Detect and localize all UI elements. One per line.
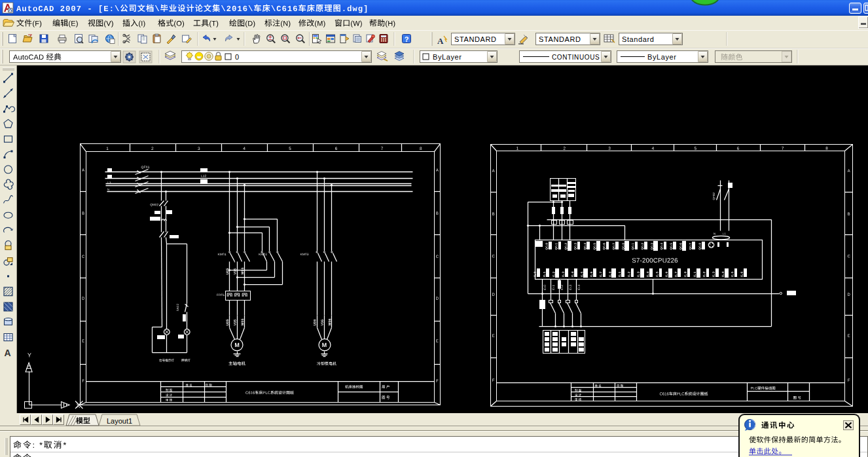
svg-text:A: A (437, 36, 444, 46)
svg-text:Layout1: Layout1 (107, 417, 132, 425)
svg-text:ByLayer: ByLayer (647, 53, 677, 61)
svg-text:CONTINUOUS: CONTINUOUS (552, 54, 600, 61)
svg-text:?: ? (405, 35, 409, 43)
svg-text:Standard: Standard (622, 35, 654, 43)
svg-text:ByLayer: ByLayer (433, 53, 462, 61)
svg-text:A: A (5, 348, 11, 358)
svg-text:0: 0 (235, 53, 239, 61)
svg-text:STANDARD: STANDARD (539, 35, 581, 43)
svg-text:STANDARD: STANDARD (454, 35, 497, 43)
